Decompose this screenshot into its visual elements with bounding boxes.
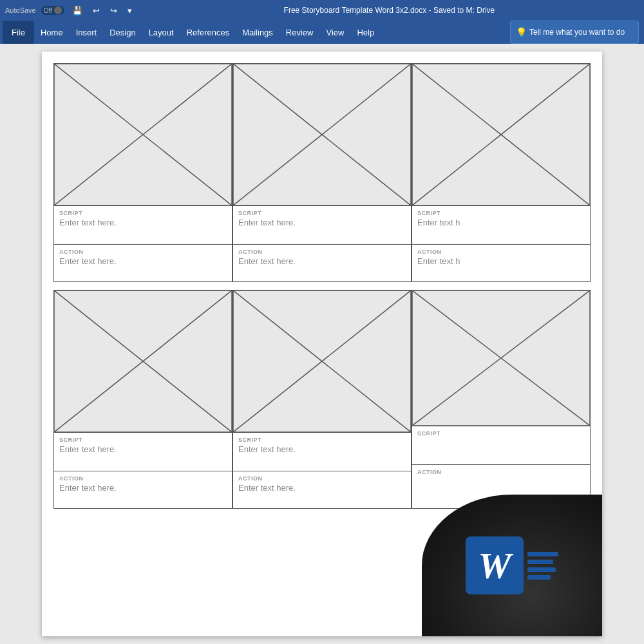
placeholder-image-2	[233, 64, 411, 205]
menu-insert[interactable]: Insert	[70, 21, 104, 44]
script-section-1: SCRIPT Enter text here.	[54, 205, 232, 244]
script-section-4: SCRIPT Enter text here.	[54, 432, 232, 471]
lightbulb-icon: 💡	[516, 27, 527, 37]
placeholder-image-1	[54, 64, 232, 205]
tell-me-text: Tell me what you want to do	[529, 28, 625, 37]
undo-button[interactable]: ↩	[90, 5, 102, 17]
script-section-3: SCRIPT Enter text h	[412, 205, 590, 244]
placeholder-image-6	[412, 290, 590, 426]
image-frame-3	[412, 64, 590, 205]
script-label-3: SCRIPT	[417, 210, 585, 216]
image-frame-2	[233, 64, 411, 205]
quick-access-button[interactable]: ▾	[125, 5, 135, 17]
script-text-5[interactable]: Enter text here.	[238, 444, 406, 454]
word-logo-overlay: W	[422, 495, 602, 636]
menu-bar: File Home Insert Design Layout Reference…	[0, 21, 644, 44]
script-label-6: SCRIPT	[417, 430, 585, 437]
placeholder-image-3	[412, 64, 590, 205]
action-section-3: ACTION Enter text h	[412, 244, 590, 281]
document-title: Free Storyboard Template Word 3x2.docx -…	[140, 6, 639, 15]
script-label-4: SCRIPT	[59, 437, 227, 443]
redo-button[interactable]: ↪	[108, 5, 120, 17]
action-section-2: ACTION Enter text here.	[233, 244, 411, 281]
storyboard-cell-5: SCRIPT Enter text here. ACTION Enter tex…	[232, 290, 412, 509]
image-frame-6	[412, 290, 590, 426]
document-page: SCRIPT Enter text here. ACTION Enter tex…	[42, 52, 602, 636]
menu-design[interactable]: Design	[103, 21, 142, 44]
script-label-5: SCRIPT	[238, 437, 406, 443]
action-text-1[interactable]: Enter text here.	[59, 256, 227, 266]
word-line-1	[527, 552, 558, 556]
storyboard-cell-2: SCRIPT Enter text here. ACTION Enter tex…	[232, 63, 412, 282]
word-w-letter: W	[478, 544, 511, 587]
word-w-icon: W	[466, 536, 524, 594]
storyboard-cell-1: SCRIPT Enter text here. ACTION Enter tex…	[53, 63, 232, 282]
word-line-3	[527, 567, 556, 572]
action-section-5: ACTION Enter text here.	[233, 471, 411, 508]
menu-review[interactable]: Review	[279, 21, 320, 44]
menu-view[interactable]: View	[319, 21, 350, 44]
storyboard-row2: SCRIPT Enter text here. ACTION Enter tex…	[53, 290, 591, 509]
script-section-6: SCRIPT	[412, 426, 590, 464]
toggle-off-label: Off	[44, 7, 52, 14]
action-label-3: ACTION	[417, 249, 585, 255]
storyboard-cell-3: SCRIPT Enter text h ACTION Enter text h	[412, 63, 591, 282]
menu-mailings[interactable]: Mailings	[236, 21, 279, 44]
storyboard-row1: SCRIPT Enter text here. ACTION Enter tex…	[53, 63, 591, 282]
menu-file[interactable]: File	[3, 21, 34, 44]
image-frame-1	[54, 64, 232, 205]
action-label-4: ACTION	[59, 475, 227, 482]
menu-references[interactable]: References	[180, 21, 236, 44]
script-section-2: SCRIPT Enter text here.	[233, 205, 411, 244]
action-text-4[interactable]: Enter text here.	[59, 483, 227, 493]
script-section-5: SCRIPT Enter text here.	[233, 432, 411, 471]
save-button[interactable]: 💾	[70, 5, 85, 17]
word-logo: W	[466, 536, 558, 594]
action-label-6: ACTION	[417, 469, 585, 475]
menu-home[interactable]: Home	[34, 21, 70, 44]
image-frame-5	[233, 290, 411, 432]
document-area: SCRIPT Enter text here. ACTION Enter tex…	[0, 44, 644, 644]
action-text-5[interactable]: Enter text here.	[238, 483, 406, 493]
word-lines-icon	[527, 552, 558, 580]
autosave-toggle[interactable]: Off	[41, 6, 64, 15]
action-label-5: ACTION	[238, 475, 406, 482]
action-text-3[interactable]: Enter text h	[417, 256, 585, 266]
word-line-4	[527, 575, 551, 580]
tell-me-input[interactable]: 💡 Tell me what you want to do	[510, 21, 639, 44]
action-section-1: ACTION Enter text here.	[54, 244, 232, 281]
script-label-1: SCRIPT	[59, 210, 227, 216]
script-text-4[interactable]: Enter text here.	[59, 444, 227, 454]
action-label-2: ACTION	[238, 249, 406, 255]
script-text-1[interactable]: Enter text here.	[59, 218, 227, 227]
image-frame-4	[54, 290, 232, 432]
placeholder-image-5	[233, 290, 411, 432]
placeholder-image-4	[54, 290, 232, 432]
word-line-2	[527, 560, 553, 564]
action-section-4: ACTION Enter text here.	[54, 471, 232, 508]
action-label-1: ACTION	[59, 249, 227, 255]
script-text-3[interactable]: Enter text h	[417, 218, 585, 227]
toggle-knob	[54, 6, 62, 14]
script-text-2[interactable]: Enter text here.	[238, 218, 406, 227]
storyboard-cell-6: SCRIPT ACTION	[412, 290, 591, 509]
menu-layout[interactable]: Layout	[142, 21, 180, 44]
title-bar: AutoSave Off 💾 ↩ ↪ ▾ Free Storyboard Tem…	[0, 0, 644, 21]
menu-help[interactable]: Help	[350, 21, 381, 44]
script-label-2: SCRIPT	[238, 210, 406, 216]
autosave-label: AutoSave	[5, 6, 36, 14]
storyboard-cell-4: SCRIPT Enter text here. ACTION Enter tex…	[53, 290, 232, 509]
action-text-2[interactable]: Enter text here.	[238, 256, 406, 266]
